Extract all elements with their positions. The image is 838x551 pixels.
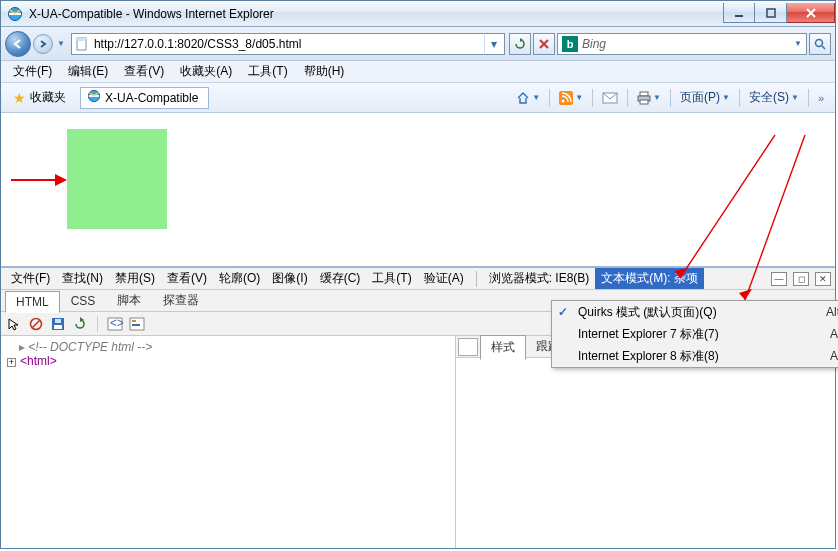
- select-element-icon[interactable]: [5, 315, 23, 333]
- expand-icon[interactable]: +: [7, 358, 16, 367]
- search-box[interactable]: b Bing ▼: [557, 33, 807, 55]
- separator: [592, 89, 593, 107]
- devtools-menubar: 文件(F) 查找(N) 禁用(S) 查看(V) 轮廓(O) 图像(I) 缓存(C…: [1, 268, 835, 290]
- page-icon: [74, 36, 90, 52]
- document-mode-button[interactable]: 文本模式(M): 杂项: [595, 268, 704, 289]
- svg-marker-14: [55, 174, 67, 186]
- browser-mode-button[interactable]: 浏览器模式: IE8(B): [483, 268, 596, 289]
- favorites-button[interactable]: ★ 收藏夹: [7, 87, 72, 108]
- separator: [627, 89, 628, 107]
- dv-menu-validate[interactable]: 验证(A): [418, 268, 470, 289]
- ie-window: X-UA-Compatible - Windows Internet Explo…: [0, 0, 836, 549]
- devtools-tab-html[interactable]: HTML: [5, 291, 60, 313]
- svg-point-8: [562, 99, 565, 102]
- window-title: X-UA-Compatible - Windows Internet Explo…: [29, 7, 723, 21]
- devtools-close-button[interactable]: ✕: [815, 272, 831, 286]
- attributes-icon[interactable]: [128, 315, 146, 333]
- dv-menu-file[interactable]: 文件(F): [5, 268, 56, 289]
- menu-help[interactable]: 帮助(H): [296, 61, 353, 82]
- element-source-icon[interactable]: <>: [106, 315, 124, 333]
- doc-mode-item-shortcut: Alt: [830, 349, 838, 363]
- dom-tree[interactable]: ▸ <!-- DOCTYPE html --> +<html>: [1, 336, 455, 548]
- separator: [476, 271, 477, 287]
- doc-mode-item-label: Quirks 模式 (默认页面)(Q): [578, 304, 826, 321]
- address-bar[interactable]: http://127.0.0.1:8020/CSS3_8/d05.html ▾: [71, 33, 505, 55]
- refresh-icon[interactable]: [71, 315, 89, 333]
- refresh-button[interactable]: [509, 33, 531, 55]
- save-icon[interactable]: [49, 315, 67, 333]
- dv-menu-image[interactable]: 图像(I): [266, 268, 313, 289]
- search-dropdown-icon[interactable]: ▼: [794, 39, 802, 48]
- code-tag: <html>: [20, 354, 57, 368]
- svg-rect-18: [54, 325, 62, 329]
- doc-mode-item-ie8[interactable]: Internet Explorer 8 标准(8) Alt: [552, 345, 838, 367]
- browser-tab[interactable]: X-UA-Compatible: [80, 87, 209, 109]
- read-mail-button[interactable]: [597, 87, 623, 109]
- page-menu-button[interactable]: 页面(P) ▼: [675, 87, 735, 109]
- separator: [97, 316, 98, 332]
- back-button[interactable]: [5, 31, 31, 57]
- dv-menu-disable[interactable]: 禁用(S): [109, 268, 161, 289]
- feeds-button[interactable]: ▼: [554, 87, 588, 109]
- dv-menu-outline[interactable]: 轮廓(O): [213, 268, 266, 289]
- svg-rect-1: [735, 15, 743, 17]
- devtools-tab-profiler[interactable]: 探查器: [152, 288, 210, 313]
- style-toggle-button[interactable]: [458, 338, 478, 356]
- stop-button[interactable]: [533, 33, 555, 55]
- menu-file[interactable]: 文件(F): [5, 61, 60, 82]
- page-menu-label: 页面(P): [680, 89, 720, 106]
- menu-view[interactable]: 查看(V): [116, 61, 172, 82]
- dv-menu-cache[interactable]: 缓存(C): [314, 268, 367, 289]
- clear-cache-icon[interactable]: [27, 315, 45, 333]
- doc-mode-item-ie7[interactable]: Internet Explorer 7 标准(7) Alt: [552, 323, 838, 345]
- svg-text:<>: <>: [110, 317, 123, 330]
- code-comment: <!-- DOCTYPE html -->: [28, 340, 152, 354]
- doc-mode-item-label: Internet Explorer 7 标准(7): [578, 326, 830, 343]
- separator: [549, 89, 550, 107]
- svg-rect-23: [132, 320, 136, 322]
- svg-line-16: [32, 320, 40, 328]
- safety-menu-label: 安全(S): [749, 89, 789, 106]
- maximize-button[interactable]: [755, 3, 787, 23]
- svg-rect-12: [640, 100, 648, 104]
- doc-mode-item-quirks[interactable]: ✓ Quirks 模式 (默认页面)(Q) Alt-: [552, 301, 838, 323]
- devtools-minimize-button[interactable]: —: [771, 272, 787, 286]
- menu-bar: 文件(F) 编辑(E) 查看(V) 收藏夹(A) 工具(T) 帮助(H): [1, 61, 835, 83]
- svg-rect-24: [132, 324, 140, 326]
- forward-button[interactable]: [33, 34, 53, 54]
- menu-favorites[interactable]: 收藏夹(A): [172, 61, 240, 82]
- minimize-button[interactable]: [723, 3, 755, 23]
- svg-rect-19: [55, 319, 61, 323]
- separator: [670, 89, 671, 107]
- star-icon: ★: [13, 90, 26, 106]
- tab-title: X-UA-Compatible: [105, 91, 198, 105]
- print-button[interactable]: ▼: [632, 87, 666, 109]
- url-dropdown-icon[interactable]: ▾: [484, 35, 502, 53]
- close-button[interactable]: [787, 3, 835, 23]
- history-dropdown-icon[interactable]: ▼: [57, 39, 65, 48]
- collapse-icon[interactable]: ▸: [19, 340, 25, 354]
- doc-mode-item-label: Internet Explorer 8 标准(8): [578, 348, 830, 365]
- doc-mode-item-shortcut: Alt: [830, 327, 838, 341]
- devtools-tab-script[interactable]: 脚本: [106, 288, 152, 313]
- ie-logo-icon: [87, 89, 101, 106]
- content-green-box: [67, 129, 167, 229]
- menu-tools[interactable]: 工具(T): [240, 61, 295, 82]
- dv-menu-tools[interactable]: 工具(T): [366, 268, 417, 289]
- document-mode-menu: ✓ Quirks 模式 (默认页面)(Q) Alt- Internet Expl…: [551, 300, 838, 368]
- dv-menu-view[interactable]: 查看(V): [161, 268, 213, 289]
- command-bar: ▼ ▼ ▼ 页面(P) ▼ 安全(S) ▼ »: [511, 87, 829, 109]
- bing-icon: b: [562, 36, 578, 52]
- devtools-unpin-button[interactable]: ◻: [793, 272, 809, 286]
- devtools-tab-css[interactable]: CSS: [60, 290, 107, 312]
- favorites-label: 收藏夹: [30, 89, 66, 106]
- doc-mode-item-shortcut: Alt-: [826, 305, 838, 319]
- toolbar-chevron-icon[interactable]: »: [813, 87, 829, 109]
- dv-menu-find[interactable]: 查找(N): [56, 268, 109, 289]
- svg-point-5: [816, 39, 823, 46]
- search-go-button[interactable]: [809, 33, 831, 55]
- safety-menu-button[interactable]: 安全(S) ▼: [744, 87, 804, 109]
- styles-tab[interactable]: 样式: [480, 335, 526, 360]
- menu-edit[interactable]: 编辑(E): [60, 61, 116, 82]
- home-button[interactable]: ▼: [511, 87, 545, 109]
